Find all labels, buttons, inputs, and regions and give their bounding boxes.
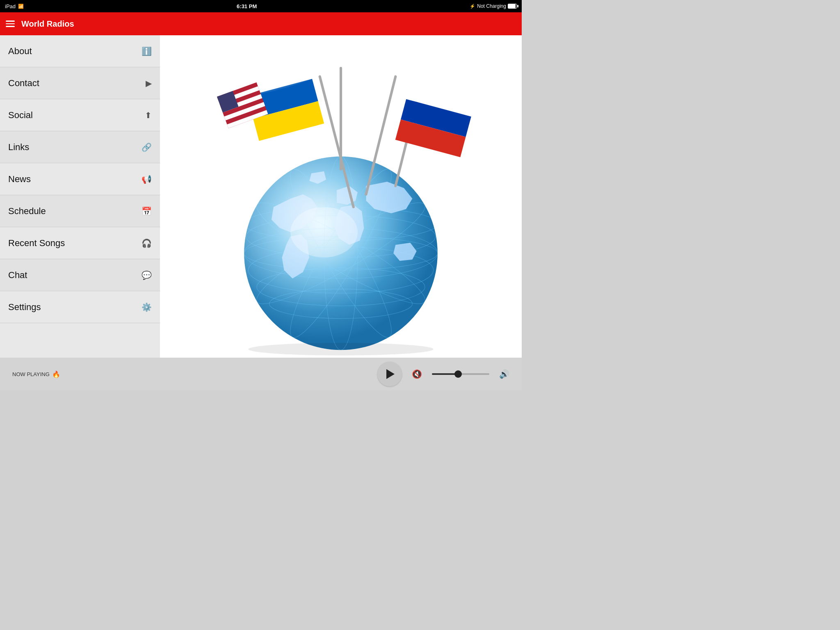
menu-icon-chat: 💬 [142, 270, 152, 280]
sidebar-item-links[interactable]: Links 🔗 [0, 131, 160, 163]
world-illustration [160, 35, 522, 358]
sidebar: About ℹ️ Contact ▶ Social ⬆ Links 🔗 News… [0, 35, 160, 358]
device-name: iPad [5, 3, 16, 9]
sidebar-item-recent-songs[interactable]: Recent Songs 🎧 [0, 227, 160, 259]
menu-label-schedule: Schedule [8, 206, 46, 217]
status-right: ⚡ Not Charging [470, 3, 517, 9]
volume-slider[interactable] [432, 373, 489, 375]
menu-label-contact: Contact [8, 78, 39, 89]
menu-label-social: Social [8, 110, 33, 121]
menu-label-recent-songs: Recent Songs [8, 238, 65, 249]
status-time: 6:31 PM [237, 3, 257, 9]
sidebar-item-contact[interactable]: Contact ▶ [0, 67, 160, 99]
svg-point-32 [248, 343, 433, 356]
sidebar-item-chat[interactable]: Chat 💬 [0, 259, 160, 291]
hamburger-button[interactable] [6, 21, 15, 27]
svg-point-16 [290, 207, 358, 258]
sidebar-item-schedule[interactable]: Schedule 📅 [0, 195, 160, 227]
menu-label-settings: Settings [8, 302, 41, 313]
wifi-icon: 📶 [18, 4, 24, 9]
status-bar: iPad 📶 6:31 PM ⚡ Not Charging [0, 0, 522, 12]
play-button[interactable] [377, 362, 402, 386]
menu-label-about: About [8, 46, 32, 57]
menu-label-chat: Chat [8, 270, 27, 281]
menu-icon-recent-songs: 🎧 [142, 238, 152, 248]
content-area [160, 35, 522, 358]
speaker-icon: 🔊 [499, 369, 509, 379]
sidebar-item-news[interactable]: News 📢 [0, 163, 160, 195]
player-bar: NOW PLAYING 🔥 🔇 🔊 [0, 358, 522, 390]
bolt-icon: ⚡ [470, 4, 475, 9]
menu-icon-about: ℹ️ [142, 46, 152, 56]
battery-label: Not Charging [477, 3, 506, 9]
mute-icon[interactable]: 🔇 [412, 369, 422, 379]
menu-icon-links: 🔗 [142, 142, 152, 152]
sidebar-item-social[interactable]: Social ⬆ [0, 99, 160, 131]
sidebar-item-about[interactable]: About ℹ️ [0, 35, 160, 67]
fire-emoji-icon: 🔥 [52, 370, 60, 378]
menu-label-news: News [8, 174, 31, 185]
menu-icon-schedule: 📅 [142, 206, 152, 216]
play-triangle-icon [386, 369, 395, 379]
main-area: About ℹ️ Contact ▶ Social ⬆ Links 🔗 News… [0, 35, 522, 358]
now-playing-text: NOW PLAYING [12, 371, 50, 377]
app-header: World Radios [0, 12, 522, 35]
menu-icon-social: ⬆ [145, 110, 152, 120]
battery-icon [508, 4, 517, 9]
menu-label-links: Links [8, 142, 29, 153]
sidebar-item-settings[interactable]: Settings ⚙️ [0, 291, 160, 323]
menu-icon-settings: ⚙️ [142, 302, 152, 312]
menu-icon-news: 📢 [142, 174, 152, 184]
app-title: World Radios [21, 19, 74, 29]
player-controls: 🔇 🔊 [377, 362, 509, 386]
status-left: iPad 📶 [5, 3, 24, 9]
now-playing-section: NOW PLAYING 🔥 [12, 370, 60, 378]
menu-icon-contact: ▶ [146, 78, 152, 88]
